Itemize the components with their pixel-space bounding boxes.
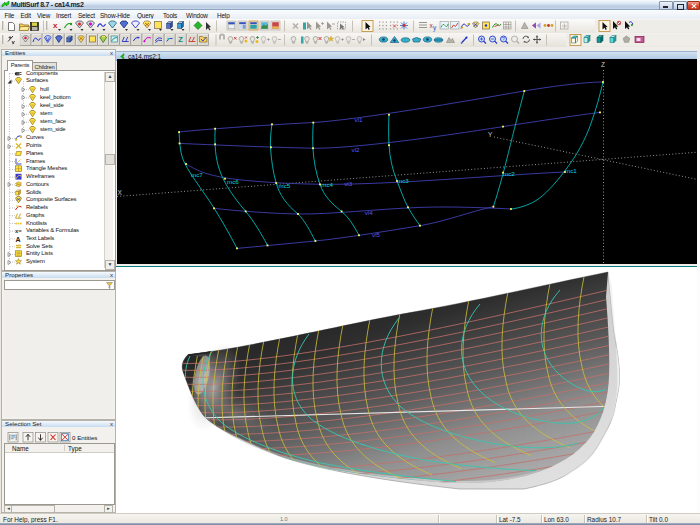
svg-text:mc4: mc4 xyxy=(321,180,333,187)
svg-text:Z: Z xyxy=(601,61,605,68)
svg-text:A: A xyxy=(16,235,21,242)
svg-text:Y: Y xyxy=(488,130,493,137)
svg-text:mc7: mc7 xyxy=(191,171,203,178)
svg-text:vl5: vl5 xyxy=(372,231,380,238)
svg-text:mc1: mc1 xyxy=(565,166,577,173)
svg-text:mc2: mc2 xyxy=(503,170,515,177)
svg-text:0 Entities: 0 Entities xyxy=(72,434,97,441)
svg-text:Z: Z xyxy=(178,35,183,44)
svg-text:vl1: vl1 xyxy=(355,115,363,122)
svg-text:mc6: mc6 xyxy=(227,177,239,184)
svg-text:mc3: mc3 xyxy=(397,176,409,183)
svg-text:?: ? xyxy=(502,36,505,42)
svg-text:x=: x= xyxy=(15,228,22,234)
svg-text:X: X xyxy=(118,188,123,195)
svg-text:vl4: vl4 xyxy=(365,209,373,216)
svg-text:x: x xyxy=(53,21,58,30)
svg-text:vl3: vl3 xyxy=(344,179,352,186)
svg-text:y: y xyxy=(433,24,437,32)
svg-text:mc5: mc5 xyxy=(279,181,291,188)
svg-text:vl2: vl2 xyxy=(352,146,360,153)
